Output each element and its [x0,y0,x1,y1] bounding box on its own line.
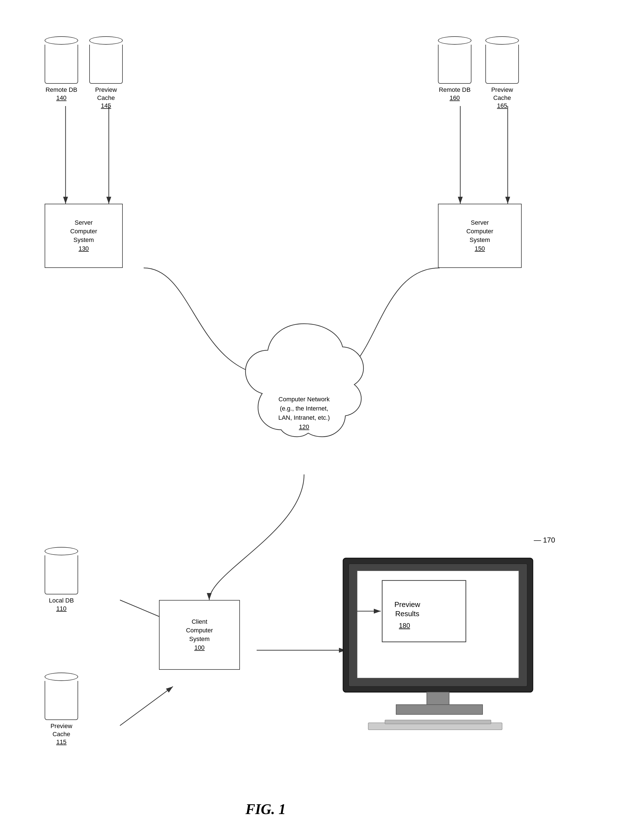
cylinder-body [45,45,78,84]
cylinder-top-145 [89,36,123,45]
monitor-170: — 170 Preview Results 180 [335,553,558,734]
figure-label: FIG. 1 [245,801,286,818]
remote-db-160: Remote DB 160 [438,36,471,102]
cylinder-top [45,36,78,45]
cylinder-body-145 [89,45,123,84]
cylinder-body-110 [45,556,78,594]
svg-rect-11 [382,581,466,642]
network-cloud-120: Computer Network (e.g., the Internet, LA… [234,307,374,475]
cylinder-top-115 [45,672,78,681]
remote-db-160-label: Remote DB 160 [439,86,471,102]
cylinder-body-165 [485,45,519,84]
svg-text:Results: Results [395,609,420,618]
local-db-110: Local DB 110 [45,547,78,612]
monitor-ref-170: — 170 [534,536,555,545]
svg-text:180: 180 [399,622,410,629]
cylinder-top-160 [438,36,471,45]
client-system-100: ClientComputerSystem100 [159,600,240,670]
remote-db-140-label: Remote DB 140 [45,86,77,102]
svg-line-6 [120,687,173,726]
cylinder-body-115 [45,681,78,720]
preview-cache-165-label: PreviewCache 165 [491,86,513,110]
monitor-svg: Preview Results 180 [335,553,558,734]
svg-rect-19 [385,720,491,724]
cylinder-top-165 [485,36,519,45]
svg-text:Preview: Preview [395,600,420,609]
remote-db-140: Remote DB 140 [45,36,78,102]
server-system-150: ServerComputerSystem150 [438,204,522,268]
preview-cache-165: PreviewCache 165 [485,36,519,110]
cylinder-top-110 [45,547,78,556]
cylinder-body-160 [438,45,471,84]
diagram-container: Remote DB 140 PreviewCache 145 ServerCom… [0,0,619,840]
preview-cache-115-label: PreviewCache 115 [51,722,72,746]
server-system-130: ServerComputerSystem130 [45,204,123,268]
preview-cache-145-label: PreviewCache 145 [95,86,117,110]
network-label: Computer Network (e.g., the Internet, LA… [278,395,330,431]
preview-cache-145: PreviewCache 145 [89,36,123,110]
local-db-110-label: Local DB 110 [49,597,74,612]
svg-rect-17 [396,705,483,714]
svg-rect-16 [427,692,449,706]
preview-cache-115: PreviewCache 115 [45,672,78,746]
